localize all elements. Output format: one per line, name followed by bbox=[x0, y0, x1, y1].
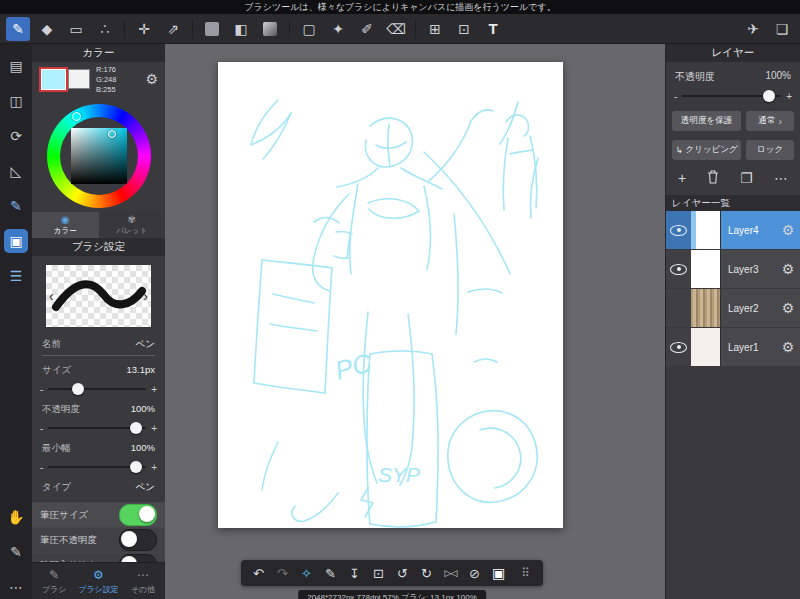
hand-tool-icon[interactable]: ✋ bbox=[4, 505, 28, 529]
gear-icon[interactable]: ⚙ bbox=[145, 71, 158, 87]
rotate-ccw-icon[interactable]: ↺ bbox=[395, 566, 410, 581]
brush-tool-button[interactable]: ✎ bbox=[6, 17, 30, 41]
publish-icon[interactable]: ✈ bbox=[741, 17, 765, 41]
reset-view-icon[interactable]: ⊘ bbox=[467, 566, 482, 581]
pen-icon[interactable]: ✎ bbox=[323, 566, 338, 581]
minus-icon[interactable]: - bbox=[40, 462, 43, 473]
pressure-opacity-toggle[interactable] bbox=[119, 529, 157, 551]
select-pen-button[interactable]: ✐ bbox=[355, 17, 379, 41]
brush-size-slider[interactable]: - + bbox=[40, 383, 157, 395]
gear-icon[interactable]: ⚙ bbox=[776, 261, 800, 277]
brush-opacity-slider[interactable]: - + bbox=[40, 422, 157, 434]
gradient-tool-button[interactable] bbox=[258, 17, 282, 41]
tab-color[interactable]: ◉ カラー bbox=[32, 212, 99, 238]
selection-panel-icon[interactable]: ◫ bbox=[4, 89, 28, 113]
layer-opacity-thumb[interactable] bbox=[763, 90, 775, 102]
brush-name-row[interactable]: 名前 ペン bbox=[42, 338, 155, 356]
protect-alpha-button[interactable]: 透明度を保護 bbox=[672, 111, 741, 131]
canvas-panel-icon[interactable]: ▣ bbox=[4, 229, 28, 253]
layer2-visibility-toggle[interactable] bbox=[666, 289, 691, 327]
layer3-visibility-toggle[interactable] bbox=[666, 250, 691, 288]
layers-panel-icon[interactable]: ❏ bbox=[770, 17, 794, 41]
plus-icon[interactable]: + bbox=[151, 423, 157, 434]
redo-icon[interactable]: ↷ bbox=[275, 566, 290, 581]
saturation-value-square[interactable] bbox=[71, 128, 127, 184]
minus-icon[interactable]: - bbox=[40, 384, 43, 395]
snap-tool-icon[interactable]: ✧ bbox=[299, 566, 314, 581]
move-tool-button[interactable]: ✛ bbox=[132, 17, 156, 41]
delete-layer-icon[interactable] bbox=[707, 170, 719, 187]
gear-icon[interactable]: ⚙ bbox=[776, 339, 800, 355]
bucket-tool-button[interactable]: ◧ bbox=[229, 17, 253, 41]
tab-other[interactable]: ⋯ その他 bbox=[121, 563, 165, 599]
brush-panel-icon[interactable]: ✎ bbox=[4, 194, 28, 218]
clipping-button[interactable]: ↳ クリッピング bbox=[672, 140, 741, 160]
image-icon[interactable]: ▣ bbox=[491, 565, 506, 581]
foreground-color-swatch[interactable] bbox=[39, 67, 68, 92]
drag-handle-icon[interactable]: ⠿ bbox=[518, 566, 533, 580]
export-icon[interactable]: ⊡ bbox=[371, 566, 386, 581]
scatter-brush-button[interactable]: ∴ bbox=[93, 17, 117, 41]
sv-handle[interactable] bbox=[108, 130, 116, 138]
layer1-visibility-toggle[interactable] bbox=[666, 328, 691, 366]
selection-transform-button[interactable]: ⊞ bbox=[423, 17, 447, 41]
layer-more-icon[interactable]: ⋯ bbox=[774, 170, 788, 186]
background-color-swatch[interactable] bbox=[68, 69, 90, 89]
layer-opacity-track[interactable] bbox=[682, 95, 781, 97]
canvas[interactable]: PC SYP bbox=[218, 62, 563, 528]
ruler-icon[interactable]: ◺ bbox=[4, 159, 28, 183]
history-icon[interactable]: ⟳ bbox=[4, 124, 28, 148]
brush-size-track[interactable] bbox=[48, 388, 146, 390]
eraser-tool-button[interactable]: ◆ bbox=[35, 17, 59, 41]
layer-row-layer3[interactable]: Layer3 ⚙ bbox=[666, 250, 800, 289]
select-eraser-button[interactable]: ⌫ bbox=[384, 17, 408, 41]
prev-brush-arrow-icon[interactable]: ‹ bbox=[49, 288, 54, 304]
tab-brush-list[interactable]: ✎ ブラシ bbox=[32, 563, 76, 599]
undo-icon[interactable]: ↶ bbox=[251, 566, 266, 581]
brush-type-row[interactable]: タイプ ペン bbox=[42, 481, 155, 494]
transform-export-button[interactable]: ⇗ bbox=[161, 17, 185, 41]
plus-icon[interactable]: + bbox=[151, 384, 157, 395]
selection-crop-button[interactable]: ⊡ bbox=[452, 17, 476, 41]
brush-opacity-thumb[interactable] bbox=[130, 422, 142, 434]
lock-button[interactable]: ロック bbox=[746, 140, 794, 160]
color-wheel[interactable] bbox=[47, 104, 151, 208]
save-icon[interactable]: ↧ bbox=[347, 566, 362, 581]
pressure-size-toggle[interactable] bbox=[119, 504, 157, 526]
material-list-icon[interactable]: ☰ bbox=[4, 264, 28, 288]
layer-row-layer4[interactable]: Layer4 ⚙ bbox=[666, 211, 800, 250]
plus-icon[interactable]: + bbox=[151, 462, 157, 473]
layer-row-layer2[interactable]: Layer2 ⚙ bbox=[666, 289, 800, 328]
minus-icon[interactable]: - bbox=[674, 91, 677, 102]
flip-horizontal-icon[interactable]: ▷◁ bbox=[443, 568, 458, 578]
layer4-visibility-toggle[interactable] bbox=[666, 211, 691, 249]
minus-icon[interactable]: - bbox=[40, 423, 43, 434]
fill-swatch-button[interactable] bbox=[200, 17, 224, 41]
layer-row-layer1[interactable]: Layer1 ⚙ bbox=[666, 328, 800, 367]
hue-handle[interactable] bbox=[72, 112, 81, 121]
brush-minwidth-track[interactable] bbox=[48, 466, 146, 468]
magic-wand-button[interactable]: ✦ bbox=[326, 17, 350, 41]
stylus-mode-icon[interactable]: ✎ bbox=[4, 540, 28, 564]
next-brush-arrow-icon[interactable]: › bbox=[143, 288, 148, 304]
rotate-cw-icon[interactable]: ↻ bbox=[419, 566, 434, 581]
journal-icon[interactable]: ▤ bbox=[4, 54, 28, 78]
gear-icon[interactable]: ⚙ bbox=[776, 300, 800, 316]
brush-opacity-track[interactable] bbox=[48, 427, 146, 429]
shape-tool-button[interactable]: ▭ bbox=[64, 17, 88, 41]
brush-size-thumb[interactable] bbox=[72, 383, 84, 395]
select-tool-button[interactable]: ▢ bbox=[297, 17, 321, 41]
add-layer-icon[interactable]: + bbox=[678, 170, 686, 186]
text-tool-button[interactable]: T bbox=[481, 17, 505, 41]
tab-palette[interactable]: ✾ パレット bbox=[99, 212, 166, 238]
gear-icon[interactable]: ⚙ bbox=[776, 222, 800, 238]
blend-mode-button[interactable]: 通常 › bbox=[746, 111, 794, 131]
brush-minwidth-slider[interactable]: - + bbox=[40, 461, 157, 473]
plus-icon[interactable]: + bbox=[786, 91, 792, 102]
layer-opacity-slider[interactable]: - + bbox=[674, 90, 792, 102]
brush-minwidth-thumb[interactable] bbox=[130, 461, 142, 473]
tab-brush-settings[interactable]: ⚙ ブラシ設定 bbox=[76, 563, 120, 599]
more-options-icon[interactable]: ⋯ bbox=[4, 575, 28, 599]
duplicate-layer-icon[interactable]: ❐ bbox=[740, 170, 753, 186]
bottom-toolbar: ↶ ↷ ✧ ✎ ↧ ⊡ ↺ ↻ ▷◁ ⊘ ▣ ⠿ bbox=[241, 560, 543, 586]
